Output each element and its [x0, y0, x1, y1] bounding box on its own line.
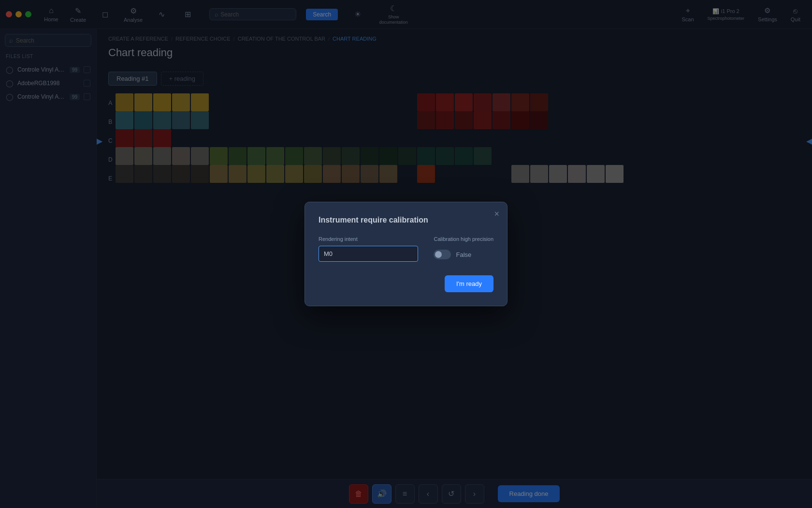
modal-close-button[interactable]: × [494, 209, 499, 219]
modal-title: Instrument require calibration [319, 216, 493, 224]
calibration-label: Calibration high precision [434, 236, 493, 242]
modal-overlay: Instrument require calibration × Renderi… [0, 0, 812, 508]
rendering-intent-group: Rendering intent [319, 236, 418, 262]
modal: Instrument require calibration × Renderi… [304, 202, 508, 306]
rendering-intent-label: Rendering intent [319, 236, 418, 242]
modal-footer: I'm ready [319, 275, 493, 292]
ready-button[interactable]: I'm ready [445, 275, 493, 292]
toggle-row: False [434, 250, 493, 259]
calibration-toggle[interactable] [434, 250, 451, 259]
calibration-value: False [456, 251, 471, 258]
calibration-group: Calibration high precision False [434, 236, 493, 262]
modal-body: Rendering intent Calibration high precis… [319, 236, 493, 262]
rendering-intent-input[interactable] [319, 246, 418, 262]
